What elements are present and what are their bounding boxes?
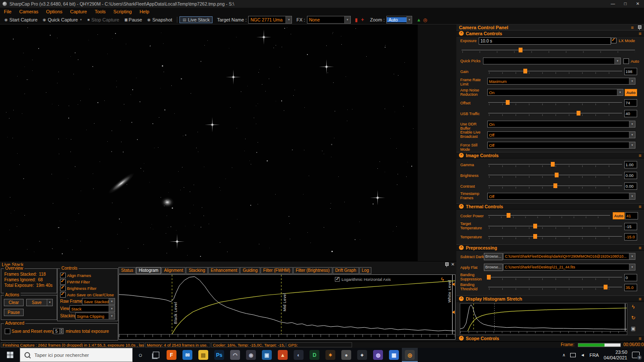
stacking-dropdown[interactable]: Sigma Clipping▼	[75, 313, 115, 319]
section-scope-controls[interactable]: ^ Scope Controls ≡	[456, 335, 644, 341]
usb-traffic-slider[interactable]	[487, 110, 623, 117]
section-thermal-controls[interactable]: ^ Thermal Controls ≡	[456, 203, 644, 210]
contrast-slider-thumb[interactable]	[553, 183, 557, 188]
reset-stretch-icon[interactable]: ↻	[629, 315, 637, 321]
ddr-buffer-dropdown[interactable]: On▼	[487, 121, 635, 128]
offset-value[interactable]: 74	[624, 99, 637, 106]
clock[interactable]: 23:50 04/04/2021	[604, 350, 627, 360]
spin-down-icon[interactable]: ▼	[60, 331, 63, 334]
gamma-slider-thumb[interactable]	[551, 162, 555, 167]
taskbar-search[interactable]	[20, 348, 133, 362]
banding-suppression-slider[interactable]	[487, 274, 623, 281]
pause-button[interactable]: ▮▮ Pause	[122, 17, 145, 23]
taskbar-app-planetarium[interactable]: ◐	[291, 348, 307, 362]
tab-filter-brightness[interactable]: Filter (Brightness)	[293, 267, 332, 274]
offset-slider[interactable]	[487, 99, 623, 106]
brightness-slider-thumb[interactable]	[555, 173, 559, 177]
start-capture-button[interactable]: ◉ Start Capture	[2, 17, 40, 23]
histogram-peak-icon[interactable]: ▲	[416, 17, 421, 22]
snapshot-button[interactable]: ◉ Snapshot	[145, 17, 175, 23]
menu-capture[interactable]: Capture	[66, 8, 91, 15]
apply-flat-dropdown[interactable]: C:\Users\SharkFleet\Desktop\21_21_44.fit…	[503, 264, 635, 271]
starfield-image[interactable]	[0, 24, 418, 261]
network-icon[interactable]	[570, 353, 576, 357]
white-level-marker-label[interactable]: White Level	[447, 280, 452, 303]
pause-stack-button[interactable]: Pause	[4, 309, 24, 316]
contrast-slider[interactable]	[487, 183, 623, 189]
banding-suppression-value[interactable]: 0	[624, 274, 637, 281]
search-input[interactable]	[33, 352, 121, 358]
usb-traffic-value[interactable]: 40	[624, 110, 637, 117]
gain-slider-thumb[interactable]	[523, 69, 527, 73]
section-camera-controls[interactable]: ^ Camera Controls ≡	[456, 30, 644, 37]
fx-combobox[interactable]: None ▼	[307, 16, 351, 24]
target-name-combobox[interactable]: NGC 2771 Uma ▼	[248, 16, 292, 24]
lx-mode-checkbox[interactable]	[611, 38, 617, 43]
menu-cameras[interactable]: Cameras	[15, 8, 43, 15]
brightness-value[interactable]: 0.00	[624, 172, 637, 179]
taskbar-app-camera-tool[interactable]: ◉	[243, 348, 259, 362]
taskbar-app-image-viewer[interactable]: ▣	[259, 348, 275, 362]
taskbar-app-purple-planet[interactable]: ◍	[370, 348, 386, 362]
tray-chevron-icon[interactable]: ∧	[562, 353, 565, 357]
exposure-slider[interactable]	[461, 47, 636, 54]
subtract-dark-dropdown[interactable]: C:\Users\SharkFleet\Desktop\darks\QHY290…	[503, 253, 635, 260]
save-stretch-icon[interactable]: ▣	[629, 325, 637, 332]
amp-noise-dropdown[interactable]: On▼	[487, 89, 623, 96]
target-temp-value[interactable]: -15	[624, 223, 637, 230]
frame-rate-dropdown[interactable]: Maximum▼	[487, 78, 635, 85]
brightness-slider[interactable]	[487, 172, 623, 179]
menu-file[interactable]: File	[0, 8, 15, 15]
gamma-value[interactable]: 1.00	[624, 161, 637, 168]
taskbar-app-firefox[interactable]: F	[164, 348, 179, 362]
menu-tools[interactable]: Tools	[91, 8, 109, 15]
contrast-value[interactable]: 0.00	[624, 183, 637, 190]
close-icon[interactable]: ✕	[451, 262, 455, 267]
target-temp-slider-thumb[interactable]	[533, 224, 537, 228]
cooler-power-slider[interactable]	[487, 212, 611, 219]
stop-capture-button[interactable]: ■ Stop Capture	[85, 17, 122, 23]
notification-icon[interactable]: 9	[632, 352, 640, 358]
close-button[interactable]: ✕	[632, 0, 644, 8]
taskbar-app-sharpcap[interactable]: ◎	[402, 348, 418, 362]
start-button[interactable]	[0, 348, 20, 362]
usb-traffic-slider-thumb[interactable]	[577, 111, 580, 116]
auto-stretch-icon[interactable]: ϟ	[629, 304, 637, 310]
taskbar-app-moon-tool[interactable]: ●	[338, 348, 354, 362]
exposure-input[interactable]: 10.0 s	[479, 37, 611, 45]
view-dropdown[interactable]: Stack▼	[70, 305, 115, 312]
taskbar-app-file-explorer[interactable]: ▤	[195, 348, 211, 362]
mid-level-marker-label[interactable]: Mid Level	[283, 293, 287, 311]
task-view-icon[interactable]	[148, 348, 164, 362]
section-display-histogram-stretch[interactable]: ^ Display Histogram Stretch ≡	[456, 295, 644, 302]
taskbar-app-mail[interactable]: ✉	[179, 348, 195, 362]
banding-threshold-value[interactable]: 35.0	[624, 284, 637, 291]
menu-options[interactable]: Options	[42, 8, 66, 15]
quick-picks-dropdown[interactable]: ▼	[483, 58, 621, 64]
tab-guiding[interactable]: Guiding	[240, 267, 260, 274]
target-temp-slider[interactable]	[487, 223, 623, 230]
log-axis-checkbox[interactable]: Logarithmic Horizontal Axis	[335, 277, 391, 282]
zoom-combobox[interactable]: Auto ▼	[386, 16, 412, 24]
save-button[interactable]: Save ▼	[26, 299, 53, 306]
tab-log[interactable]: Log	[359, 267, 372, 274]
mid-level-handle[interactable]	[452, 310, 455, 314]
subtract-dark-browse-button[interactable]: Browse...	[484, 253, 503, 260]
taskbar-app-telescope-tool[interactable]: ⌖	[354, 348, 370, 362]
timestamp-dropdown[interactable]: Off▼	[487, 193, 635, 200]
volume-icon[interactable]: ◄	[580, 353, 585, 357]
exposure-slider-thumb[interactable]	[519, 48, 522, 52]
auto-stretch-icon[interactable]: ϟ	[441, 276, 444, 283]
tab-histogram[interactable]: Histogram	[136, 267, 161, 274]
taskbar-app-d-tool[interactable]: D	[307, 348, 322, 362]
gain-slider[interactable]	[487, 68, 623, 75]
taskbar-app-observatory[interactable]: ◠	[227, 348, 243, 362]
interval-stepper[interactable]: 5 ▲▼	[53, 328, 64, 334]
raw-frames-dropdown[interactable]: Save Stacked▼	[82, 298, 115, 305]
stop-region-icon[interactable]: ▮	[355, 17, 358, 23]
pin-icon[interactable]	[444, 262, 449, 267]
taskbar-app-sky-chart[interactable]: ✶	[322, 348, 338, 362]
tab-drift-graph[interactable]: Drift Graph	[333, 267, 359, 274]
tab-alignment[interactable]: Alignment	[161, 267, 185, 274]
offset-slider-thumb[interactable]	[506, 100, 510, 105]
